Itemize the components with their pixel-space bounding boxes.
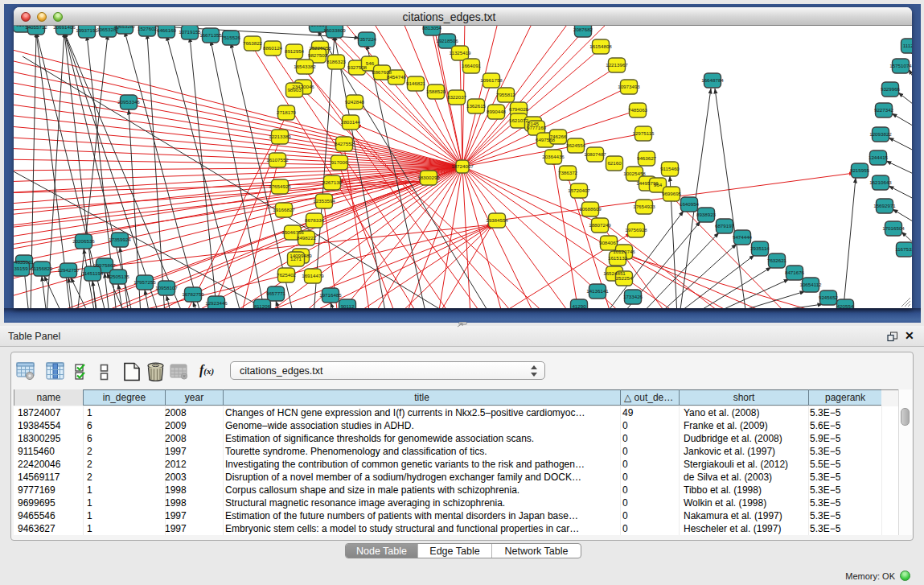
svg-text:10961758: 10961758: [480, 77, 503, 83]
svg-text:10688609: 10688609: [579, 206, 602, 212]
svg-text:9084067: 9084067: [599, 240, 619, 245]
svg-text:10973493: 10973493: [618, 84, 640, 89]
svg-text:19716485: 19716485: [319, 292, 342, 298]
svg-text:420554: 420554: [837, 303, 854, 308]
svg-text:1167533: 1167533: [895, 246, 912, 252]
svg-text:9146821: 9146821: [406, 80, 426, 86]
svg-text:7485063: 7485063: [628, 107, 648, 113]
svg-text:9227342: 9227342: [874, 107, 894, 113]
svg-text:9699695: 9699695: [662, 191, 682, 196]
svg-text:10653287: 10653287: [113, 26, 136, 29]
svg-text:8454749: 8454749: [387, 74, 407, 80]
svg-text:811206: 811206: [254, 303, 271, 308]
svg-text:12353594: 12353594: [313, 198, 335, 204]
svg-text:6466160: 6466160: [157, 27, 177, 33]
svg-text:3624554: 3624554: [566, 142, 586, 148]
svg-text:8267130: 8267130: [322, 179, 343, 185]
svg-text:90112: 90112: [341, 303, 355, 308]
svg-text:16210643: 16210643: [869, 179, 892, 185]
svg-text:917006: 917006: [331, 159, 348, 165]
svg-text:1733426: 1733426: [623, 294, 643, 299]
svg-text:18300295: 18300295: [417, 175, 440, 180]
svg-text:2087682: 2087682: [573, 27, 593, 32]
svg-text:16033809: 16033809: [323, 27, 346, 33]
svg-text:8990448: 8990448: [487, 109, 507, 114]
svg-text:2718170: 2718170: [277, 109, 297, 115]
svg-text:8186323: 8186323: [326, 59, 347, 64]
svg-text:9657771: 9657771: [266, 290, 286, 296]
svg-text:17654925: 17654925: [269, 183, 291, 189]
svg-text:15692971: 15692971: [873, 203, 896, 208]
svg-text:2935114: 2935114: [750, 245, 770, 251]
svg-text:14055712: 14055712: [25, 26, 47, 30]
svg-text:17957255: 17957255: [133, 279, 156, 285]
svg-text:1271: 1271: [290, 256, 302, 262]
svg-text:16107552: 16107552: [266, 157, 289, 163]
svg-text:9329966: 9329966: [881, 86, 901, 92]
svg-text:10025458: 10025458: [623, 171, 646, 176]
svg-text:20206536: 20206536: [72, 238, 95, 244]
svg-text:12505135: 12505135: [107, 274, 129, 279]
svg-text:1664091: 1664091: [462, 63, 482, 68]
svg-text:12942757: 12942757: [57, 267, 80, 273]
svg-text:16543382: 16543382: [294, 64, 316, 69]
svg-text:7955812: 7955812: [496, 92, 516, 97]
svg-text:9777169: 9777169: [527, 125, 547, 130]
svg-text:9474444: 9474444: [733, 234, 753, 240]
svg-text:16782759: 16782759: [182, 291, 204, 297]
svg-text:14136141: 14136141: [586, 288, 609, 294]
svg-text:20691406: 20691406: [53, 26, 76, 30]
svg-text:8813054: 8813054: [422, 26, 442, 31]
svg-text:8498222: 8498222: [297, 235, 317, 241]
svg-text:252254: 252254: [616, 275, 633, 281]
svg-text:8471676: 8471676: [785, 270, 805, 275]
svg-text:18724007: 18724007: [451, 163, 474, 169]
svg-text:15226058: 15226058: [309, 45, 331, 51]
svg-text:8427552: 8427552: [335, 141, 355, 146]
svg-text:18807249: 18807249: [589, 222, 611, 228]
svg-text:12213389: 12213389: [269, 134, 291, 139]
svg-text:19937191: 19937191: [76, 27, 98, 33]
svg-text:9115460: 9115460: [660, 166, 680, 171]
svg-text:1588520: 1588520: [426, 89, 446, 94]
svg-text:546: 546: [366, 60, 375, 66]
svg-text:12923446: 12923446: [205, 300, 228, 306]
svg-text:17016504: 17016504: [882, 225, 905, 231]
svg-text:8678334: 8678334: [305, 217, 325, 223]
svg-text:1640954: 1640954: [680, 201, 700, 207]
svg-text:10120746: 10120746: [613, 249, 635, 254]
svg-text:7515526: 7515526: [221, 35, 241, 40]
svg-text:1527602: 1527602: [138, 26, 158, 31]
svg-text:2803144: 2803144: [341, 119, 361, 125]
svg-text:17654923: 17654923: [633, 204, 655, 209]
svg-text:7632621: 7632621: [767, 257, 787, 263]
svg-text:98903: 98903: [287, 87, 302, 93]
svg-text:11325419: 11325419: [449, 50, 471, 56]
svg-text:9463627: 9463627: [637, 155, 657, 161]
svg-text:964: 964: [654, 182, 663, 187]
svg-text:8322037: 8322037: [447, 94, 467, 100]
svg-text:19756928: 19756928: [625, 227, 647, 233]
svg-text:10719155: 10719155: [179, 29, 201, 35]
svg-text:9245652: 9245652: [819, 295, 839, 300]
svg-text:19384554: 19384554: [486, 217, 508, 223]
svg-text:41290: 41290: [572, 303, 586, 308]
svg-text:1362615: 1362615: [466, 103, 487, 109]
svg-text:11451194: 11451194: [82, 270, 104, 276]
svg-text:10807487: 10807487: [584, 151, 606, 157]
svg-text:7663822: 7663822: [243, 40, 263, 46]
svg-text:15720407: 15720407: [568, 187, 590, 193]
svg-text:11156829: 11156829: [31, 266, 53, 271]
svg-text:6794028: 6794028: [509, 106, 529, 112]
svg-text:8938923: 8938923: [696, 212, 717, 217]
svg-text:7357224: 7357224: [357, 36, 377, 42]
svg-text:1244415: 1244415: [869, 154, 889, 160]
svg-text:9327508: 9327508: [347, 64, 368, 70]
svg-text:8912954: 8912954: [285, 48, 305, 54]
svg-text:1621072: 1621072: [509, 117, 529, 123]
svg-text:746266: 746266: [550, 134, 567, 139]
svg-text:10654112: 10654112: [799, 282, 822, 287]
svg-text:15751074: 15751074: [889, 63, 912, 68]
svg-text:20364436: 20364436: [542, 154, 565, 159]
svg-text:9242848: 9242848: [345, 99, 365, 105]
